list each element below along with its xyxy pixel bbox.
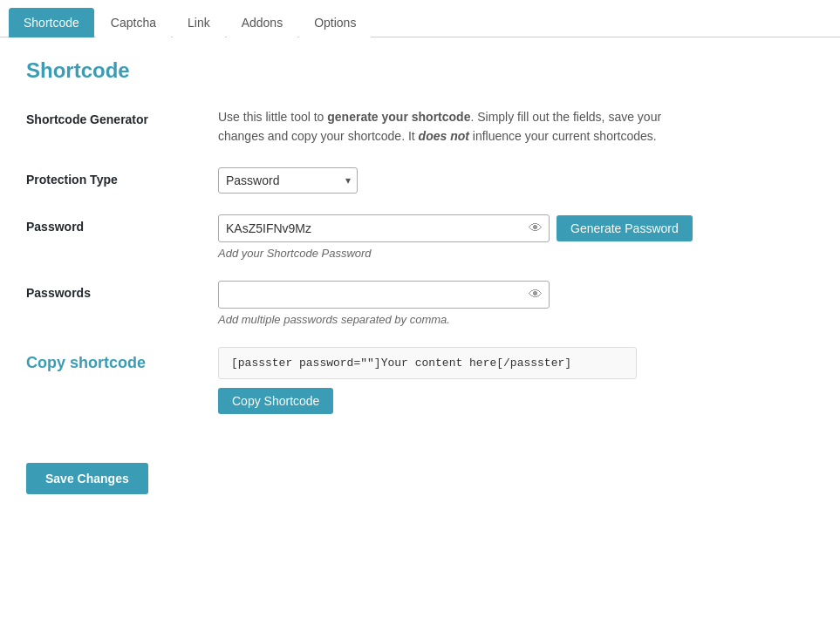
page-title: Shortcode (26, 58, 814, 83)
passwords-label: Passwords (26, 281, 218, 300)
protection-type-select-wrapper: Password Role User ▾ (218, 167, 358, 194)
passwords-input-wrapper: 👁 (218, 281, 550, 309)
password-hint: Add your Shortcode Password (218, 247, 814, 260)
shortcode-generator-row: Shortcode Generator Use this little tool… (26, 107, 814, 146)
save-changes-button[interactable]: Save Changes (26, 463, 148, 494)
eye-icon-passwords[interactable]: 👁 (529, 287, 543, 302)
protection-type-row: Protection Type Password Role User ▾ (26, 167, 814, 194)
protection-type-label: Protection Type (26, 167, 218, 187)
copy-shortcode-label: Copy shortcode (26, 347, 218, 372)
tab-shortcode[interactable]: Shortcode (9, 8, 94, 37)
password-input[interactable] (218, 214, 550, 242)
tab-captcha[interactable]: Captcha (96, 8, 171, 37)
passwords-input[interactable] (218, 281, 550, 309)
passwords-field: 👁 Add multiple passwords separated by co… (218, 281, 814, 326)
password-row: Password 👁 Generate Password Add your Sh… (26, 214, 814, 260)
tab-options[interactable]: Options (299, 8, 371, 37)
password-field: 👁 Generate Password Add your Shortcode P… (218, 214, 814, 260)
password-input-wrapper: 👁 (218, 214, 550, 242)
copy-shortcode-row: Copy shortcode [passster password=""]You… (26, 347, 814, 414)
copy-shortcode-button[interactable]: Copy Shortcode (218, 388, 333, 414)
main-content: Shortcode Shortcode Generator Use this l… (0, 37, 840, 463)
shortcode-display: [passster password=""]Your content here[… (218, 347, 637, 379)
copy-shortcode-field: [passster password=""]Your content here[… (218, 347, 814, 414)
tab-link[interactable]: Link (173, 8, 225, 37)
protection-type-field: Password Role User ▾ (218, 167, 814, 194)
page-container: Shortcode Captcha Link Addons Options Sh… (0, 0, 840, 618)
eye-icon[interactable]: 👁 (529, 221, 543, 236)
password-label: Password (26, 214, 218, 234)
italic-text: does not (419, 129, 469, 143)
passwords-hint: Add multiple passwords separated by comm… (218, 313, 814, 326)
password-input-group: 👁 Generate Password (218, 214, 814, 242)
shortcode-generator-description: Use this little tool to generate your sh… (218, 107, 814, 146)
tab-bar: Shortcode Captcha Link Addons Options (0, 0, 840, 37)
generate-password-button[interactable]: Generate Password (557, 215, 693, 241)
bold-text: generate your shortcode (327, 110, 470, 124)
protection-type-select[interactable]: Password Role User (218, 167, 358, 194)
tab-addons[interactable]: Addons (227, 8, 297, 37)
passwords-row: Passwords 👁 Add multiple passwords separ… (26, 281, 814, 326)
description-text: Use this little tool to generate your sh… (218, 107, 707, 146)
shortcode-generator-label: Shortcode Generator (26, 107, 218, 126)
save-row: Save Changes (0, 463, 840, 494)
